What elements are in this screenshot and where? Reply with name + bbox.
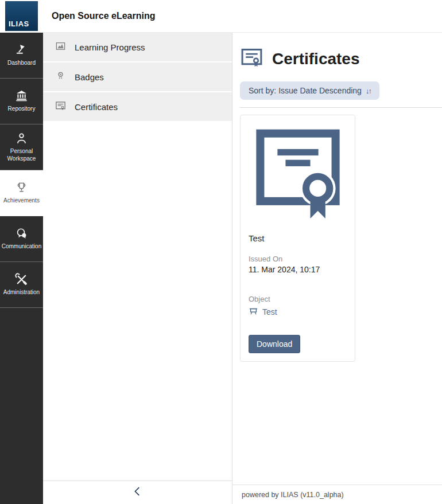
crossed-tools-icon <box>15 273 28 286</box>
person-icon <box>15 132 28 145</box>
sidebar-item-repository[interactable]: Repository <box>0 79 43 124</box>
collapse-subnav-button[interactable] <box>43 480 232 504</box>
sidebar-item-label: Dashboard <box>7 60 36 67</box>
main-content: Certificates Sort by: Issue Date Descend… <box>232 33 442 485</box>
sidebar-item-label: Personal Workspace <box>1 148 43 162</box>
subnav-item-certificates[interactable]: Certificates <box>43 92 232 121</box>
lamp-icon <box>15 44 28 57</box>
sidebar-item-dashboard[interactable]: Dashboard <box>0 33 43 79</box>
issued-on-value: 11. Mar 2024, 10:17 <box>249 265 347 274</box>
test-object-icon <box>249 306 258 318</box>
sidebar-item-communication[interactable]: Communication <box>0 216 43 262</box>
subnav-item-label: Certificates <box>75 102 118 112</box>
page-title: Certificates <box>272 50 360 68</box>
sidebar-item-label: Administration <box>3 289 40 296</box>
ilias-logo[interactable]: ILIAS <box>5 1 38 31</box>
chart-icon <box>55 41 66 53</box>
object-link-label: Test <box>262 307 277 317</box>
certificate-card: Test Issued On 11. Mar 2024, 10:17 Objec… <box>240 115 355 362</box>
sort-by-button[interactable]: Sort by: Issue Date Descending ↓↑ <box>240 81 379 100</box>
issued-on-label: Issued On <box>249 255 347 263</box>
ilias-logo-text: ILIAS <box>5 19 29 31</box>
sidebar-item-administration[interactable]: Administration <box>0 262 43 308</box>
subnav-item-label: Learning Progress <box>75 42 145 52</box>
sidebar-item-personal-workspace[interactable]: Personal Workspace <box>0 124 43 170</box>
chat-bubbles-icon <box>15 227 28 240</box>
sidebar-item-label: Repository <box>8 106 36 113</box>
main-sidebar: Dashboard Repository Personal Workspace <box>0 33 43 504</box>
object-label: Object <box>249 295 347 303</box>
certificate-icon <box>240 46 263 72</box>
subnav-item-label: Badges <box>75 72 104 82</box>
trophy-icon <box>15 181 28 194</box>
sort-arrows-icon: ↓↑ <box>366 87 371 95</box>
subnav-item-learning-progress[interactable]: Learning Progress <box>43 33 232 61</box>
badge-icon <box>55 71 66 83</box>
bank-icon <box>15 89 28 103</box>
sidebar-item-label: Achievements <box>3 197 40 205</box>
certificate-icon <box>55 100 66 113</box>
certificate-preview-image <box>249 128 347 221</box>
top-bar: ILIAS Open Source eLearning <box>0 0 442 33</box>
footer: powered by ILIAS (v11.0_alpha) <box>232 485 442 504</box>
page-head: Certificates <box>240 46 442 72</box>
subnav-item-badges[interactable]: Badges <box>43 62 232 91</box>
sidebar-item-label: Communication <box>2 243 41 251</box>
object-field: Object Test <box>249 295 347 318</box>
chevron-left-icon <box>131 485 144 500</box>
page-header-title: Open Source eLearning <box>52 0 155 32</box>
object-link[interactable]: Test <box>249 306 347 318</box>
sort-button-label: Sort by: Issue Date Descending <box>249 86 362 95</box>
powered-by-text: powered by ILIAS (v11.0_alpha) <box>242 491 344 499</box>
certificate-title: Test <box>249 233 347 243</box>
content-divider <box>240 107 442 108</box>
sidebar-item-achievements[interactable]: Achievements <box>0 170 43 216</box>
achievements-subnav: Learning Progress Badges Certificates <box>43 33 232 504</box>
download-button[interactable]: Download <box>249 335 300 353</box>
issued-on-field: Issued On 11. Mar 2024, 10:17 <box>249 255 347 274</box>
